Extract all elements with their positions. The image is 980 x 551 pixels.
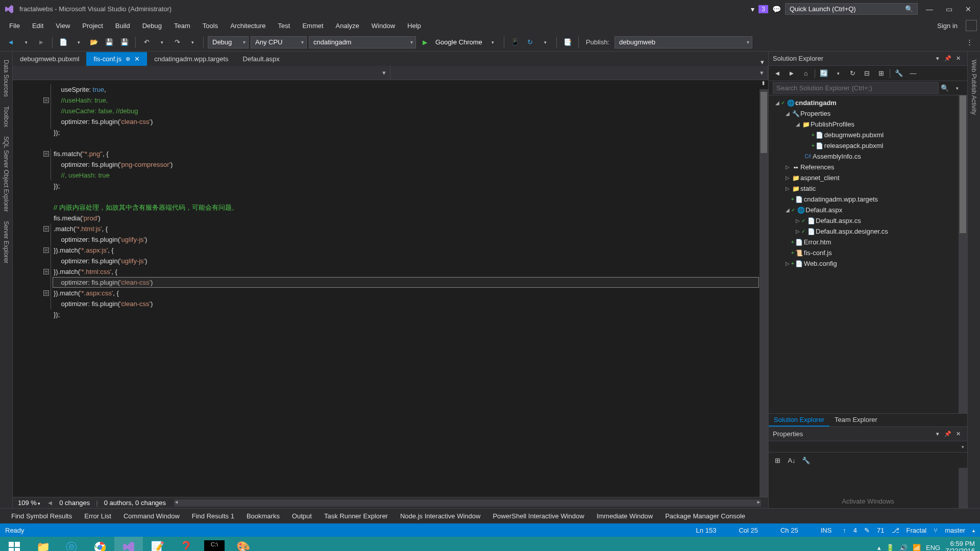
feedback-icon[interactable]: 💬: [772, 5, 781, 13]
tab-team-explorer[interactable]: Team Explorer: [829, 414, 883, 427]
tree-node-webconfig[interactable]: ▷+📄Web.config: [769, 258, 967, 269]
close-button[interactable]: ✕: [961, 4, 976, 15]
zoom-dropdown[interactable]: 109 %: [18, 499, 40, 507]
split-icon[interactable]: ⬍: [760, 80, 767, 89]
task-ie[interactable]: ⓔ: [57, 537, 86, 551]
undo-drop[interactable]: ▾: [155, 36, 168, 49]
task-cmd[interactable]: C:\: [204, 540, 225, 551]
tree-node-aspnet[interactable]: ▷📁aspnet_client: [769, 172, 967, 183]
upload-icon[interactable]: ↑: [843, 527, 846, 534]
sidetab-data-sources[interactable]: Data Sources: [1, 56, 11, 101]
panel-dropdown-icon[interactable]: ▾: [933, 55, 943, 62]
refresh-drop[interactable]: ▾: [539, 36, 552, 49]
btab-immediate[interactable]: Immediate Window: [591, 510, 659, 522]
tray-battery-icon[interactable]: 🔋: [886, 544, 894, 552]
se-drop[interactable]: ▾: [832, 68, 844, 79]
menu-help[interactable]: Help: [401, 19, 427, 32]
btab-nodejs[interactable]: Node.js Interactive Window: [394, 510, 487, 522]
publish-target-dropdown[interactable]: debugmweb: [615, 36, 752, 48]
se-sync-button[interactable]: 🔄: [818, 68, 829, 79]
se-back-button[interactable]: ◄: [772, 68, 783, 79]
menu-window[interactable]: Window: [365, 19, 401, 32]
vertical-scrollbar[interactable]: [760, 89, 768, 497]
menu-analyze[interactable]: Analyze: [330, 19, 365, 32]
tab-default-aspx[interactable]: Default.aspx: [236, 52, 287, 66]
panel-close-icon[interactable]: ✕: [953, 55, 963, 62]
sign-in-link[interactable]: Sign in: [931, 19, 963, 32]
task-paint[interactable]: 🎨: [229, 537, 257, 551]
btab-find-symbol[interactable]: Find Symbol Results: [5, 510, 78, 522]
nav-member-dropdown[interactable]: ▾: [390, 66, 768, 80]
tree-node-references[interactable]: ▷▪▪References: [769, 162, 967, 172]
user-avatar-icon[interactable]: [966, 20, 977, 31]
fold-icon[interactable]: −: [43, 290, 49, 296]
se-refresh-button[interactable]: ↻: [847, 68, 858, 79]
redo-drop[interactable]: ▾: [186, 36, 199, 49]
nav-back-drop[interactable]: ▾: [19, 36, 33, 49]
tree-node-static[interactable]: ▷📁static: [769, 183, 967, 194]
horizontal-scrollbar[interactable]: [174, 499, 761, 507]
se-search-icon[interactable]: 🔍: [939, 84, 951, 92]
se-home-button[interactable]: ⌂: [800, 68, 812, 79]
status-drop[interactable]: ▴: [972, 528, 975, 533]
tray-network-icon[interactable]: 📶: [913, 544, 921, 552]
find-in-files-button[interactable]: 📑: [561, 36, 574, 49]
tray-lang[interactable]: ENG: [926, 544, 940, 552]
menu-file[interactable]: File: [3, 19, 26, 32]
se-preview-button[interactable]: —: [908, 68, 919, 79]
tray-volume-icon[interactable]: 🔊: [899, 544, 908, 552]
props-alpha-icon[interactable]: A↓: [786, 455, 797, 466]
se-forward-button[interactable]: ►: [786, 68, 797, 79]
redo-button[interactable]: ↷: [170, 36, 184, 49]
new-project-button[interactable]: 📄: [57, 36, 70, 49]
tray-up-icon[interactable]: ▴: [877, 544, 881, 552]
menu-tools[interactable]: Tools: [197, 19, 224, 32]
quick-launch-input[interactable]: Quick Launch (Ctrl+Q) 🔍: [785, 3, 918, 15]
nav-scope-dropdown[interactable]: ▾: [13, 66, 390, 80]
pencil-icon[interactable]: ✎: [864, 527, 870, 534]
startup-project-dropdown[interactable]: cndatingadm: [309, 36, 416, 48]
tree-node-properties[interactable]: ◢🔧Properties: [769, 108, 967, 119]
browser-link-button[interactable]: 📱: [508, 36, 522, 49]
browser-label[interactable]: Google Chrome: [433, 38, 484, 46]
tab-debugmweb[interactable]: debugmweb.pubxml: [13, 52, 86, 66]
panel-close-icon[interactable]: ✕: [953, 431, 963, 437]
props-wrench-icon[interactable]: 🔧: [800, 455, 812, 466]
btab-bookmarks[interactable]: Bookmarks: [240, 510, 286, 522]
btab-powershell[interactable]: PowerShell Interactive Window: [486, 510, 590, 522]
menu-view[interactable]: View: [50, 19, 76, 32]
btab-command-window[interactable]: Command Window: [117, 510, 186, 522]
status-branch[interactable]: master: [945, 527, 965, 534]
tab-wpp-targets[interactable]: cndatingadm.wpp.targets: [147, 52, 235, 66]
btab-find-results[interactable]: Find Results 1: [186, 510, 240, 522]
branch-icon[interactable]: ⑂: [934, 527, 938, 534]
tree-node-assemblyinfo[interactable]: C#AssemblyInfo.cs: [769, 151, 967, 162]
minimize-button[interactable]: —: [922, 4, 937, 15]
se-search-input[interactable]: [773, 82, 939, 94]
menu-team[interactable]: Team: [168, 19, 197, 32]
tree-node-wpptargets[interactable]: +📄cndatingadm.wpp.targets: [769, 194, 967, 205]
panel-pin-icon[interactable]: 📌: [943, 431, 953, 437]
tree-scroll-thumb[interactable]: [960, 95, 966, 233]
panel-pin-icon[interactable]: 📌: [943, 55, 953, 62]
task-notepad[interactable]: 📝: [143, 537, 172, 551]
menu-project[interactable]: Project: [76, 19, 109, 32]
tree-node-publishprofiles[interactable]: ◢📁PublishProfiles: [769, 119, 967, 130]
sidetab-toolbox[interactable]: Toolbox: [1, 102, 11, 131]
fold-icon[interactable]: −: [43, 247, 49, 253]
scroll-thumb[interactable]: [761, 92, 767, 153]
tree-node-defaultaspx-cs[interactable]: ▷✓📄Default.aspx.cs: [769, 215, 967, 226]
se-showall-button[interactable]: ⊞: [875, 68, 887, 79]
sidetab-server-explorer[interactable]: Server Explorer: [1, 217, 11, 267]
props-scrollbar[interactable]: [959, 468, 967, 508]
undo-button[interactable]: ↶: [140, 36, 153, 49]
code-editor[interactable]: ⬍ − − − − − − useSprite: true, //useHash…: [13, 80, 768, 497]
tree-node-debugmweb[interactable]: +📄debugmweb.pubxml: [769, 130, 967, 140]
solution-tree[interactable]: ◢✓🌐cndatingadm ◢🔧Properties ◢📁PublishPro…: [769, 95, 967, 413]
btab-task-runner[interactable]: Task Runner Explorer: [318, 510, 394, 522]
props-drop[interactable]: ▾: [962, 444, 964, 449]
notification-badge[interactable]: 3: [758, 5, 768, 13]
browser-drop[interactable]: ▾: [486, 36, 500, 49]
se-search-drop[interactable]: ▾: [951, 86, 963, 91]
menu-debug[interactable]: Debug: [136, 19, 168, 32]
